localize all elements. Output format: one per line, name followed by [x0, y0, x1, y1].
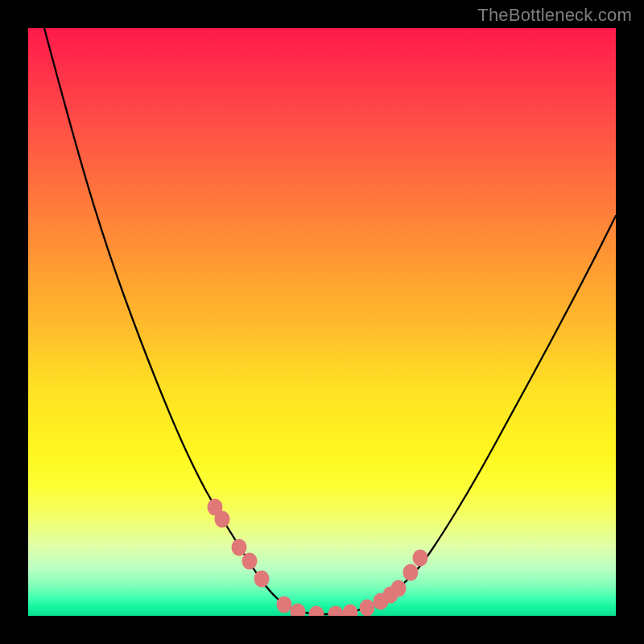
background-gradient	[28, 28, 616, 616]
plot-area	[28, 28, 616, 616]
watermark-text: TheBottleneck.com	[477, 5, 632, 26]
chart-stage: TheBottleneck.com	[0, 0, 644, 644]
